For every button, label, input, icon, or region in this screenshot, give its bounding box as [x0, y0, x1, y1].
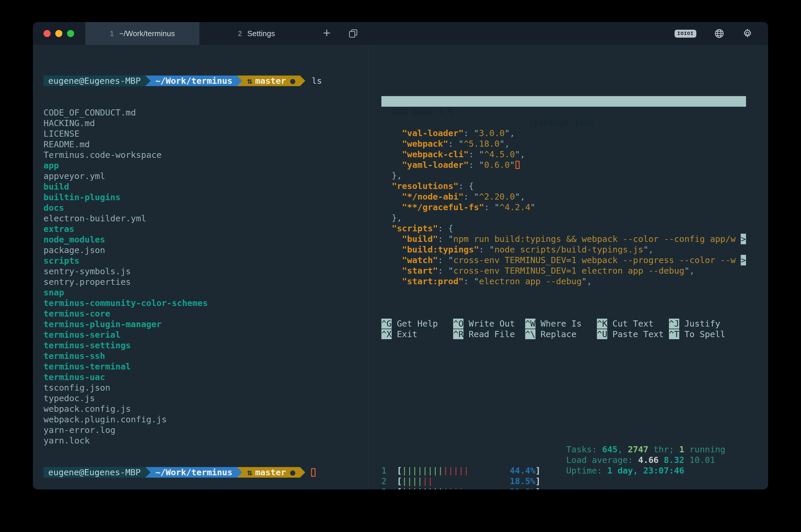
web-button[interactable] [714, 28, 725, 39]
file-entry: webpack.plugin.config.js [43, 414, 368, 425]
git-branch-icon: ⇅ [247, 76, 252, 86]
dir-entry: scripts [43, 255, 368, 266]
nano-shortcut-bar: ^G Get Help ^O Write Out ^W Where Is ^K … [381, 318, 746, 340]
meter-line: 3 [|||||||||||| 39.3%] [381, 487, 768, 489]
file-entry: yarn-error.log [43, 425, 368, 435]
shell-prompt: eugene@Eugenes-MBP ~/Work/terminus ⇅mast… [43, 76, 368, 86]
file-entry: tsconfig.json [43, 382, 368, 393]
titlebar-spacer [367, 22, 674, 45]
file-entry: LICENSE [43, 129, 368, 139]
prompt-user-segment: eugene@Eugenes-MBP [43, 76, 145, 86]
dir-entry: terminus-plugin-manager [43, 319, 368, 329]
globe-icon [714, 28, 725, 39]
overlapping-windows-icon [348, 28, 358, 38]
file-entry: yarn.lock [43, 435, 368, 446]
new-window-button[interactable] [340, 22, 367, 45]
serial-ports-button[interactable]: IOIOI [674, 31, 696, 36]
dir-entry: snap [43, 287, 368, 298]
git-branch-name: master [252, 76, 290, 86]
git-dirty-dot-icon: ● [290, 467, 295, 478]
file-entry: README.md [43, 139, 368, 150]
nano-editor-pane: GNU nano 4.5 package.json "val-loader": … [381, 75, 746, 361]
dir-entry: terminus-settings [43, 340, 368, 350]
nano-line: "webpack": "^5.18.0", [381, 138, 746, 149]
dir-entry: docs [43, 203, 368, 213]
powerline-chevron-icon [145, 467, 151, 478]
nano-line: "start:prod": "electron app --debug", [381, 276, 746, 287]
nano-buffer: "val-loader": "3.0.0", "webpack": "^5.18… [381, 128, 746, 287]
serial-icon: IOIOI [674, 30, 696, 38]
file-entry: sentry.properties [43, 277, 368, 287]
nano-line: "scripts": { [381, 223, 746, 234]
nano-line: }, [381, 170, 746, 181]
file-entry: sentry-symbols.js [43, 266, 368, 277]
prompt-path-segment: ~/Work/terminus [151, 76, 237, 86]
settings-button[interactable] [742, 28, 753, 39]
tab-title: Settings [247, 29, 275, 38]
summary-line: Load average: 4.66 8.32 10.01 [566, 455, 725, 465]
nano-app-title: GNU nano 4.5 [392, 107, 453, 117]
title-bar: 1 ~/Work/terminus 2 Settings + IOIOI [33, 22, 768, 45]
nano-line: "**/graceful-fs": "^4.2.4" [381, 202, 746, 212]
htop-pane: 1 [||||||||||||| 44.4%]2 [|||||| 18.5%]3… [381, 423, 768, 489]
new-tab-button[interactable]: + [314, 22, 340, 45]
tab-terminal[interactable]: 1 ~/Work/terminus [85, 22, 199, 45]
powerline-chevron-icon [237, 76, 242, 86]
file-entry: typedoc.js [43, 393, 368, 403]
dir-entry: builtin-plugins [43, 192, 368, 203]
nano-line: "build": "npm run build:typings && webpa… [381, 234, 746, 244]
file-entry: CODE_OF_CONDUCT.md [43, 107, 368, 118]
dir-entry: terminus-serial [43, 329, 368, 340]
dir-entry: terminus-terminal [43, 361, 368, 372]
tab-number: 2 [238, 30, 242, 38]
file-entry: package.json [43, 245, 368, 255]
git-dirty-dot-icon: ● [290, 76, 295, 86]
plus-icon: + [323, 26, 331, 39]
summary-line: Uptime: 1 day, 23:07:46 [566, 465, 725, 476]
minimize-button[interactable] [55, 30, 62, 37]
prompt-user-segment: eugene@Eugenes-MBP [43, 467, 145, 478]
nano-line: "val-loader": "3.0.0", [381, 128, 746, 138]
terminus-window: 1 ~/Work/terminus 2 Settings + IOIOI [33, 22, 768, 489]
nano-shortcut-row: ^X Exit ^R Read File ^\ Replace ^U Paste… [381, 329, 746, 340]
file-entry: Terminus.code-workspace [43, 150, 368, 160]
tab-number: 1 [110, 30, 114, 38]
dir-entry: node_modules [43, 234, 368, 245]
terminal-pane-left[interactable]: eugene@Eugenes-MBP ~/Work/terminus ⇅mast… [33, 45, 368, 489]
terminal-cursor [311, 468, 316, 477]
prompt-path-segment: ~/Work/terminus [151, 467, 237, 478]
prompt-git-segment: ⇅master● [242, 76, 300, 86]
gear-icon [742, 28, 753, 39]
nano-line: "watch": "cross-env TERMINUS_DEV=1 webpa… [381, 255, 746, 265]
close-button[interactable] [43, 30, 51, 37]
typed-command: ls [305, 76, 322, 86]
git-branch-icon: ⇅ [247, 467, 252, 478]
file-entry: HACKING.md [43, 118, 368, 129]
powerline-chevron-icon [145, 76, 151, 86]
tab-title: ~/Work/terminus [119, 29, 175, 38]
htop-summary: Tasks: 645, 2747 thr; 1 runningLoad aver… [566, 444, 725, 476]
nano-shortcut-row: ^G Get Help ^O Write Out ^W Where Is ^K … [381, 318, 746, 329]
powerline-chevron-icon [300, 76, 305, 86]
dir-entry: terminus-ssh [43, 350, 368, 361]
dir-entry: app [43, 160, 368, 171]
dir-entry: terminus-core [43, 308, 368, 319]
zoom-button[interactable] [67, 30, 74, 37]
nano-line: }, [381, 212, 746, 223]
tab-settings[interactable]: 2 Settings [199, 22, 314, 45]
dir-entry: build [43, 182, 368, 192]
nano-line: "start": "cross-env TERMINUS_DEV=1 elect… [381, 265, 746, 276]
powerline-chevron-icon [300, 467, 305, 478]
nano-line: "yaml-loader": "0.6.0" [381, 159, 746, 170]
git-branch-name: master [252, 467, 290, 478]
terminal-pane-right[interactable]: GNU nano 4.5 package.json "val-loader": … [369, 45, 768, 489]
file-entry: appveyor.yml [43, 171, 368, 182]
nano-line: "build:typings": "node scripts/build-typ… [381, 244, 746, 255]
titlebar-actions: IOIOI [674, 22, 768, 45]
nano-line: "*/node-abi": "^2.20.0", [381, 191, 746, 202]
htop-meters: 1 [||||||||||||| 44.4%]2 [|||||| 18.5%]3… [381, 444, 768, 489]
traffic-lights [33, 22, 85, 45]
dir-entry: terminus-community-color-schemes [43, 298, 368, 308]
nano-file-name: package.json [533, 117, 595, 128]
nano-title-bar: GNU nano 4.5 package.json [381, 96, 746, 107]
